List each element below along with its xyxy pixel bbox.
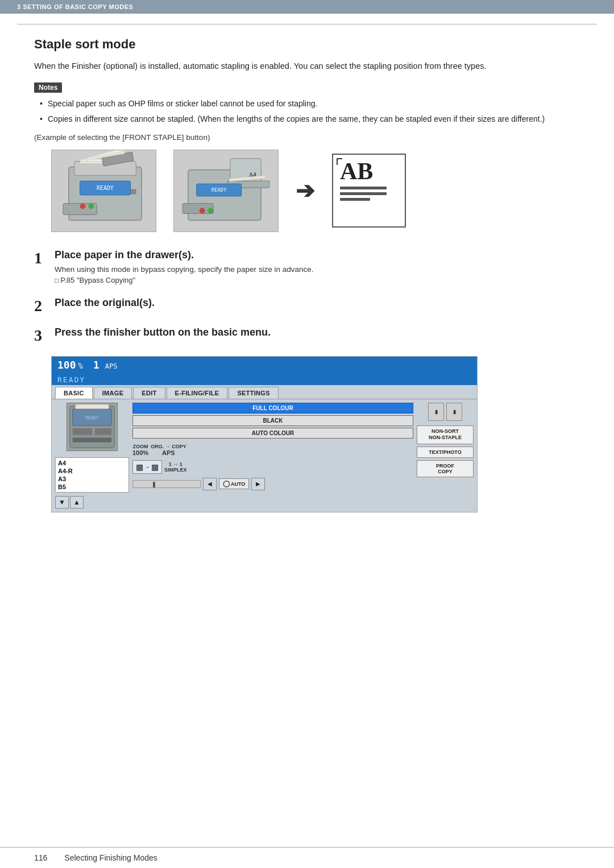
staple-mark — [337, 158, 342, 165]
ui-zoom: 100 — [57, 359, 76, 371]
printer-image-2: A4 READY — [173, 150, 279, 232]
ui-copy-num: 1 — [93, 359, 99, 371]
auto-colour-btn[interactable]: AUTO COLOUR — [132, 428, 413, 439]
notes-label: Notes — [34, 82, 62, 93]
right-arrow-btn[interactable]: ▶ — [251, 478, 265, 490]
simplex-row: ▩ → ▩ 1 → 1 SIMPLEX — [132, 460, 413, 474]
duplex-icon: ▩ — [136, 462, 143, 472]
step-2-number: 2 — [34, 298, 55, 314]
zoom-val: 100% — [132, 449, 148, 456]
auto-icon: ◯ — [223, 480, 230, 487]
header-bar: 3 SETTING OF BASIC COPY MODES — [0, 0, 614, 14]
step-2: 2 Place the original(s). — [34, 297, 580, 314]
tab-edit[interactable]: EDIT — [133, 387, 165, 399]
ab-line-1 — [340, 187, 387, 189]
ui-percent: % — [78, 361, 83, 370]
ui-status-bar: 100 % 1 APS — [52, 357, 477, 373]
step-2-content: Place the original(s). — [55, 297, 580, 311]
org-copy-val: APS — [162, 449, 175, 456]
step-1-content: Place paper in the drawer(s). When using… — [55, 249, 580, 284]
tray-down-btn[interactable]: ▼ — [55, 496, 69, 509]
non-sort-btn[interactable]: NON-SORT NON-STAPLE — [417, 425, 474, 444]
step-3-title: Press the finisher button on the basic m… — [55, 326, 580, 338]
tray-up-btn[interactable]: ▲ — [70, 496, 84, 509]
ab-lines — [340, 187, 387, 201]
arrow-right: ➔ — [296, 177, 315, 204]
ui-tray-list: A4 A4-R A3 B5 — [55, 457, 129, 493]
ui-right-panel: ▮ ▮ NON-SORT NON-STAPLE TEXT/PHOTO PROOF… — [417, 403, 474, 509]
tab-image[interactable]: IMAGE — [94, 387, 132, 399]
page-icon-2: ▮ — [446, 403, 462, 421]
auto-label: AUTO — [231, 481, 245, 487]
ui-machine-icon: READY — [67, 403, 118, 451]
images-row: READY A4 — [34, 150, 580, 232]
printer-svg-2: A4 READY — [174, 150, 278, 232]
step-1-number: 1 — [34, 250, 55, 266]
main-content: Staple sort mode When the Finisher (opti… — [0, 37, 614, 512]
org-copy-label: ORG. → COPY — [151, 444, 186, 449]
step-1-title: Place paper in the drawer(s). — [55, 249, 580, 261]
step-1: 1 Place paper in the drawer(s). When usi… — [34, 249, 580, 284]
proof-copy-btn[interactable]: PROOF COPY — [417, 460, 474, 477]
tab-efiling[interactable]: E-FILING/FILE — [167, 387, 228, 399]
step-1-ref: □P.85 "Bypass Copying" — [55, 276, 580, 284]
footer-title: Selecting Finishing Modes — [64, 853, 157, 862]
page-icon-1: ▮ — [428, 403, 444, 421]
zoom-row: ZOOM 100% ORG. → COPY APS — [132, 444, 413, 456]
tray-a4: A4 — [58, 459, 126, 467]
example-text: (Example of selecting the [FRONT STAPLE]… — [34, 133, 580, 142]
svg-point-8 — [80, 204, 86, 209]
tab-settings[interactable]: SETTINGS — [229, 387, 278, 399]
step-2-title: Place the original(s). — [55, 297, 580, 309]
svg-point-21 — [200, 208, 205, 214]
svg-point-22 — [208, 208, 213, 214]
left-arrow-btn[interactable]: ◀ — [203, 478, 217, 490]
duplex-icon2: ▩ — [151, 462, 159, 472]
svg-text:READY: READY — [211, 187, 227, 193]
ab-diagram: AB — [332, 154, 406, 228]
section-title: Staple sort mode — [34, 37, 580, 52]
duplex-icon-btn[interactable]: ▩ → ▩ — [132, 460, 162, 474]
svg-rect-27 — [95, 428, 111, 435]
ui-tabs: BASIC IMAGE EDIT E-FILING/FILE SETTINGS — [52, 385, 477, 399]
color-buttons: FULL COLOUR BLACK AUTO COLOUR — [132, 403, 413, 439]
ui-status-left: 100 % 1 APS — [57, 359, 117, 371]
simplex-label2: SIMPLEX — [164, 467, 187, 473]
ab-line-2 — [340, 192, 387, 195]
svg-text:A4: A4 — [248, 171, 257, 178]
notes-box: Notes Special paper such as OHP films or… — [34, 82, 580, 125]
tab-basic[interactable]: BASIC — [55, 387, 93, 399]
tray-a4r: A4-R — [58, 467, 126, 475]
black-btn[interactable]: BLACK — [132, 415, 413, 426]
ui-middle-panel: FULL COLOUR BLACK AUTO COLOUR ZOOM 100% … — [132, 403, 413, 509]
ui-left-panel: READY A4 A4-R A3 B5 — [55, 403, 129, 509]
svg-text:READY: READY — [97, 185, 114, 191]
ab-line-3 — [340, 198, 370, 201]
ui-slider[interactable] — [132, 480, 201, 488]
svg-rect-29 — [76, 404, 109, 409]
step-3-content: Press the finisher button on the basic m… — [55, 326, 580, 341]
svg-rect-26 — [73, 428, 92, 435]
ui-ready-text: READY — [57, 375, 85, 384]
auto-btn[interactable]: ◯ AUTO — [219, 478, 249, 489]
footer: 116 Selecting Finishing Modes — [0, 847, 614, 868]
notes-list: Special paper such as OHP films or stick… — [34, 97, 580, 125]
step-3-number: 3 — [34, 328, 55, 344]
note-item: Special paper such as OHP films or stick… — [40, 97, 580, 110]
ui-aps: APS — [105, 362, 118, 370]
tray-a3: A3 — [58, 475, 126, 483]
org-copy-group: ORG. → COPY APS — [151, 444, 186, 456]
ui-machine-svg: READY — [67, 403, 117, 450]
zoom-label: ZOOM — [133, 444, 148, 449]
text-photo-btn[interactable]: TEXT/PHOTO — [417, 447, 474, 458]
simplex-group: 1 → 1 SIMPLEX — [164, 461, 187, 473]
step-3: 3 Press the finisher button on the basic… — [34, 326, 580, 344]
tray-scroll: ▼ ▲ — [55, 496, 129, 509]
step-1-desc: When using this mode in bypass copying, … — [55, 263, 580, 276]
note-item: Copies in different size cannot be stapl… — [40, 113, 580, 125]
ab-text: AB — [340, 159, 373, 183]
simplex-label: 1 → 1 — [169, 461, 182, 467]
svg-text:READY: READY — [85, 415, 99, 420]
slider-thumb — [153, 482, 155, 487]
full-colour-btn[interactable]: FULL COLOUR — [132, 403, 413, 414]
